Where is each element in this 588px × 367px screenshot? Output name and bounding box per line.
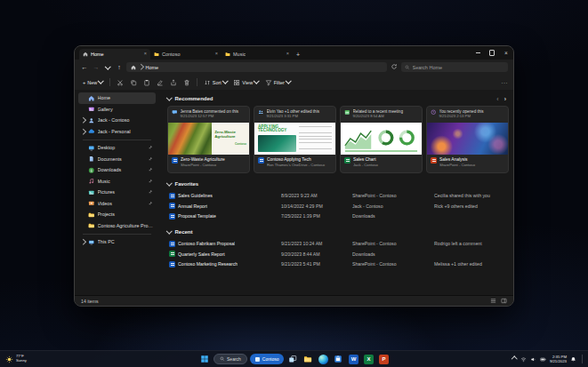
tab-close-icon[interactable]: × <box>144 52 147 57</box>
show-desktop-button[interactable] <box>582 355 584 363</box>
chevron-right-icon[interactable] <box>80 129 85 134</box>
hidden-icons-chevron[interactable] <box>511 356 517 362</box>
minimize-button[interactable] <box>471 46 485 60</box>
taskbar-search[interactable]: Search <box>213 354 247 364</box>
weather-widget[interactable]: 77°F Sunny <box>4 351 28 367</box>
pin-icon <box>148 145 153 150</box>
word-icon <box>172 157 178 164</box>
sort-button[interactable]: Sort <box>201 77 230 88</box>
recommended-card[interactable]: Related to a recent meeting 9/20/2023 8:… <box>340 106 423 173</box>
delete-button[interactable] <box>181 77 193 88</box>
file-row[interactable]: Proposal Template 7/25/2022 1:39 PM Down… <box>167 211 506 222</box>
chevron-down-icon <box>286 78 291 84</box>
store-button[interactable] <box>332 353 344 365</box>
paste-button[interactable] <box>141 77 153 88</box>
home-icon <box>83 52 88 57</box>
powerpoint-button[interactable] <box>377 353 390 365</box>
items-count: 14 items <box>81 299 99 304</box>
volume-icon[interactable] <box>530 356 536 363</box>
recommended-card[interactable]: You recently opened this 9/21/2023 2:13 … <box>426 106 509 173</box>
sidebar-item-home[interactable]: Home <box>78 92 156 104</box>
section-header-favorites[interactable]: Favorites <box>167 179 506 189</box>
recommended-card[interactable]: Elvin Yao +1 other edited this 9/21/2023… <box>254 106 336 173</box>
file-row[interactable]: Quarterly Sales Report 9/20/2023 8:44 AM… <box>167 249 506 259</box>
up-button[interactable]: ↑ <box>115 64 124 70</box>
rename-button[interactable] <box>154 77 166 88</box>
back-button[interactable]: ← <box>80 64 89 70</box>
sort-label: Sort <box>213 80 222 85</box>
close-button[interactable]: × <box>499 46 513 60</box>
address-bar[interactable]: Home <box>126 62 387 72</box>
word-button[interactable] <box>347 353 359 365</box>
sidebar-item-jack-personal[interactable]: Jack - Personal <box>78 126 156 138</box>
tab-close-icon[interactable]: × <box>286 52 289 57</box>
chevron-right-icon[interactable] <box>80 117 85 123</box>
more-options-button[interactable]: ··· <box>502 80 509 85</box>
excel-button[interactable] <box>362 353 375 365</box>
contoso-app-button[interactable]: Contoso <box>250 354 285 364</box>
search-box[interactable] <box>401 62 508 72</box>
file-row[interactable]: Annual Report 10/14/2022 4:29 PM Jack - … <box>167 201 506 211</box>
task-view-button[interactable] <box>286 353 299 365</box>
sidebar-item-contoso-agriculture-project[interactable]: Contoso Agriculture Project <box>78 220 156 232</box>
divider <box>109 78 110 86</box>
file-date: 9/20/2023 8:44 AM <box>281 251 352 257</box>
maximize-button[interactable] <box>485 46 499 60</box>
forward-button[interactable]: → <box>92 64 101 70</box>
sidebar-item-documents[interactable]: Documents <box>78 154 156 165</box>
tab-music[interactable]: Music × <box>222 49 293 60</box>
carousel-next-button[interactable]: › <box>504 96 506 102</box>
tab-contoso[interactable]: Contoso × <box>150 49 222 60</box>
command-bar: + New Sort View <box>75 75 513 90</box>
new-tab-button[interactable]: + <box>293 49 303 60</box>
sidebar-item-projects[interactable]: Projects <box>78 209 156 220</box>
copy-button[interactable] <box>127 77 140 88</box>
sidebar-item-pictures[interactable]: Pictures <box>78 187 156 198</box>
sidebar-item-desktop[interactable]: Desktop <box>78 142 156 154</box>
file-explorer-button[interactable] <box>302 353 314 365</box>
sidebar-item-music[interactable]: Music <box>78 176 156 187</box>
start-button[interactable] <box>198 353 211 365</box>
file-row[interactable]: Contoso Marketing Research 9/21/2023 5:4… <box>167 259 506 270</box>
notification-bell-icon[interactable] <box>570 356 576 363</box>
tab-home[interactable]: Home × <box>79 49 150 60</box>
document-text-lines <box>299 126 332 152</box>
sidebar-item-downloads[interactable]: Downloads <box>78 164 156 176</box>
sort-icon <box>204 79 211 86</box>
carousel-prev-button[interactable]: ‹ <box>496 96 498 102</box>
contoso-logo-icon <box>255 357 260 362</box>
refresh-button[interactable] <box>390 63 399 71</box>
chevron-down-icon <box>166 180 172 185</box>
cut-button[interactable] <box>114 77 126 88</box>
sidebar-item-this-pc[interactable]: This PC <box>78 236 156 248</box>
sidebar-item-gallery[interactable]: Gallery <box>78 104 156 116</box>
view-button[interactable]: View <box>230 77 261 88</box>
new-button[interactable]: + New <box>80 78 106 87</box>
battery-icon[interactable] <box>540 356 546 363</box>
file-row[interactable]: Sales Guidelines 8/9/2023 9:23 AM ShareP… <box>167 191 506 202</box>
chevron-right-icon[interactable] <box>80 239 85 244</box>
list-view-toggle-icon[interactable] <box>490 298 496 304</box>
file-date: 10/14/2022 4:29 PM <box>281 203 352 209</box>
recent-locations-button[interactable] <box>103 64 112 70</box>
clock[interactable]: 2:35 PM 9/21/2023 <box>550 355 567 363</box>
file-date: 9/21/2023 5:41 PM <box>281 261 352 267</box>
sidebar-item-videos[interactable]: Videos <box>78 198 156 210</box>
chevron-down-icon <box>222 78 228 84</box>
edge-button[interactable] <box>317 353 329 365</box>
sidebar-item-jack-contoso[interactable]: Jack - Contoso <box>78 115 156 126</box>
details-view-toggle-icon[interactable] <box>501 298 507 304</box>
search-input[interactable] <box>413 65 505 70</box>
section-header-recent[interactable]: Recent <box>167 227 506 237</box>
filter-button[interactable]: Filter <box>262 77 294 88</box>
wifi-icon[interactable] <box>520 356 527 363</box>
share-button[interactable] <box>167 77 180 88</box>
file-row[interactable]: Contoso Fabrikam Proposal 9/21/2023 10:2… <box>167 239 506 250</box>
music-icon <box>88 178 95 185</box>
tab-close-icon[interactable]: × <box>215 52 218 57</box>
filter-label: Filter <box>274 80 285 85</box>
card-date: 9/21/2023 3:31 PM <box>267 114 333 118</box>
recommended-card[interactable]: Jenna Bates commented on this 9/21/2023 … <box>167 106 250 173</box>
section-header-recommended[interactable]: Recommended ‹ › <box>167 93 506 104</box>
calendar-icon <box>344 109 350 116</box>
